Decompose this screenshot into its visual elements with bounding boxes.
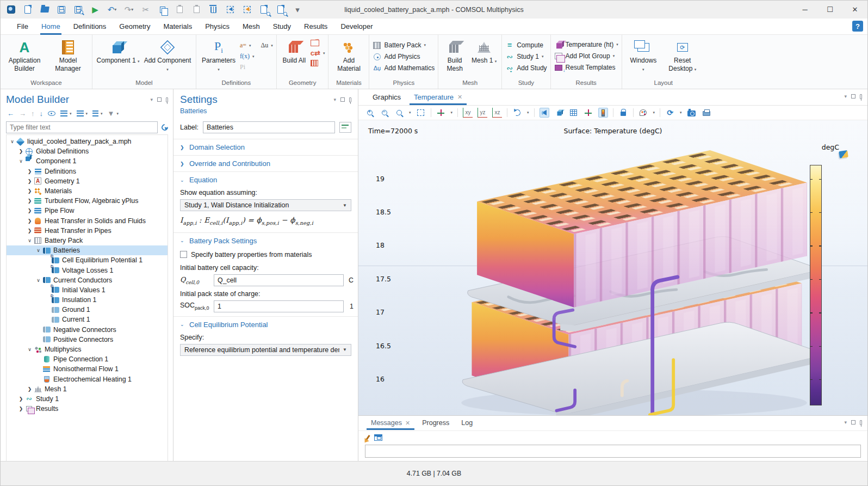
scene-light-icon[interactable] <box>540 108 549 118</box>
chevron-down-icon[interactable]: ∨ <box>35 248 42 253</box>
show-grid-icon[interactable] <box>569 108 579 118</box>
undo-icon[interactable]: ↶▾ <box>107 5 117 15</box>
section-equation[interactable]: ⌄Equation Show equation assuming: Study … <box>173 171 358 232</box>
refresh-icon[interactable] <box>160 123 170 132</box>
add-material-button[interactable]: Add Material <box>332 37 365 73</box>
add-physics-button[interactable]: Add Physics <box>373 52 435 61</box>
zoom-extents-icon[interactable] <box>416 108 426 118</box>
show-color-legend-icon[interactable] <box>598 108 608 118</box>
insert-sequence-button[interactable]: c⇄▾ <box>311 49 325 57</box>
graphics-canvas[interactable]: Time=72000 s Surface: Temperature (degC)… <box>358 120 867 415</box>
chevron-right-icon[interactable]: ❯ <box>17 149 24 154</box>
menu-study[interactable]: Study <box>266 20 297 33</box>
tree-item[interactable]: ❯∾Study 1 <box>7 394 168 404</box>
expand-all-icon[interactable] <box>77 110 84 116</box>
capacity-input[interactable] <box>214 274 344 286</box>
graphics-float-icon[interactable] <box>851 94 855 99</box>
tree-item[interactable]: ❯Heat Transfer in Solids and Fluids <box>7 216 168 226</box>
run-icon[interactable]: ▶ <box>90 5 100 15</box>
application-builder-button[interactable]: A Application Builder <box>4 37 45 73</box>
add-mathematics-button[interactable]: Δu̞Add Mathematics <box>373 64 435 72</box>
tree-filter-input[interactable] <box>6 121 158 133</box>
view-yz-icon[interactable]: yz <box>478 108 487 118</box>
minimize-button[interactable]: ─ <box>792 1 817 19</box>
back-icon[interactable]: ← <box>7 109 14 118</box>
graphics-menu-icon[interactable]: ▾ <box>844 94 847 99</box>
show-axis-icon[interactable] <box>584 108 593 118</box>
open-file-icon[interactable] <box>40 5 49 15</box>
delete-icon[interactable] <box>208 5 218 15</box>
tree-item[interactable]: Cell Equilibrium Potential 1 <box>7 255 168 265</box>
label-input[interactable] <box>203 121 335 133</box>
show-icon[interactable] <box>48 111 55 116</box>
chevron-right-icon[interactable]: ❯ <box>26 179 33 184</box>
collapse-all-icon[interactable] <box>60 110 67 116</box>
new-file-icon[interactable] <box>23 5 33 15</box>
rotate-icon[interactable] <box>512 108 522 118</box>
model-tree-nodes-icon[interactable] <box>92 110 98 116</box>
chevron-right-icon[interactable]: ❯ <box>26 198 33 204</box>
duplicate-icon[interactable] <box>191 5 201 15</box>
print-icon[interactable] <box>702 108 711 118</box>
float-panel-icon[interactable] <box>157 97 162 102</box>
zoom-in-icon[interactable]: + <box>365 108 375 118</box>
update-plot-icon[interactable]: ⟳ <box>665 108 675 118</box>
find-icon[interactable] <box>259 5 269 15</box>
mesh1-button[interactable]: Mesh 1 ▾ <box>470 37 498 65</box>
table-message-icon[interactable] <box>374 434 382 441</box>
tree-item[interactable]: ❯AGeometry 1 <box>7 176 168 186</box>
go-to-default-view-icon[interactable] <box>436 108 446 118</box>
tree-item[interactable]: ❯Pipe Flow <box>7 206 168 216</box>
virtual-operations-button[interactable] <box>311 60 325 66</box>
move-down-icon[interactable]: ↓ <box>40 109 44 118</box>
tree-item[interactable]: ∨liquid_cooled_battery_pack_a.mph <box>7 137 168 146</box>
close-tab-icon[interactable]: ✕ <box>457 94 462 101</box>
messages-pin-icon[interactable] <box>860 420 862 425</box>
select-icon[interactable] <box>225 5 235 15</box>
settings-pin-icon[interactable] <box>349 97 351 102</box>
study1-button[interactable]: ∾Study 1▾ <box>505 52 547 61</box>
save-as-icon[interactable] <box>73 5 83 15</box>
panel-menu-icon[interactable]: ▾ <box>150 97 153 102</box>
settings-float-icon[interactable] <box>340 97 345 102</box>
chevron-down-icon[interactable]: ∨ <box>9 139 16 144</box>
menu-developer[interactable]: Developer <box>334 20 379 33</box>
save-icon[interactable] <box>57 5 66 15</box>
tree-item[interactable]: ∨Multiphysics <box>7 344 168 354</box>
menu-mesh[interactable]: Mesh <box>236 20 266 33</box>
compute-button[interactable]: =Compute <box>505 41 547 50</box>
menu-geometry[interactable]: Geometry <box>113 20 157 33</box>
tree-item[interactable]: ∨Batteries <box>7 245 168 255</box>
chevron-right-icon[interactable]: ❯ <box>26 188 33 194</box>
tree-item[interactable]: Electrochemical Heating 1 <box>7 374 168 384</box>
view-xy-icon[interactable]: xy <box>463 108 473 118</box>
maximize-button[interactable]: ☐ <box>817 1 842 19</box>
rename-icon[interactable] <box>339 122 351 133</box>
chevron-right-icon[interactable]: ❯ <box>26 208 33 213</box>
parameters-button[interactable]: Pi Parameters▾ <box>200 37 238 73</box>
tree-item[interactable]: Initial Values 1 <box>7 285 168 295</box>
tree-item[interactable]: Positive Connectors <box>7 335 168 344</box>
chevron-down-icon[interactable]: ∨ <box>26 347 33 352</box>
tab-log[interactable]: Log <box>455 416 479 429</box>
build-all-button[interactable]: Build All <box>280 37 308 65</box>
menu-file[interactable]: File <box>10 20 35 33</box>
marquee-select-icon[interactable] <box>242 5 252 15</box>
menu-definitions[interactable]: Definitions <box>67 20 113 33</box>
environment-reflections-icon[interactable] <box>554 108 564 118</box>
tree-item[interactable]: ∨Battery Pack <box>7 236 168 245</box>
tree-item[interactable]: Insulation 1 <box>7 295 168 305</box>
tree-item[interactable]: ❯Materials <box>7 186 168 196</box>
build-mesh-button[interactable]: Build Mesh <box>442 37 468 73</box>
help-button[interactable]: ? <box>852 21 863 32</box>
windows-button[interactable]: Windows▾ <box>625 37 661 73</box>
soc-input[interactable] <box>214 300 344 312</box>
equation-assumption-dropdown[interactable]: Study 1, Wall Distance Initialization▼ <box>180 199 351 211</box>
temperature-plot-button[interactable]: Temperature (ht)▾ <box>554 40 618 49</box>
menu-physics[interactable]: Physics <box>199 20 236 33</box>
paste-icon[interactable] <box>175 5 184 15</box>
view-xz-icon[interactable]: xz <box>492 108 502 118</box>
battery-pack-button[interactable]: Battery Pack▾ <box>373 41 435 50</box>
close-tab-icon[interactable]: ✕ <box>405 420 410 427</box>
reset-desktop-button[interactable]: ⟳ Reset Desktop ▾ <box>664 37 702 73</box>
